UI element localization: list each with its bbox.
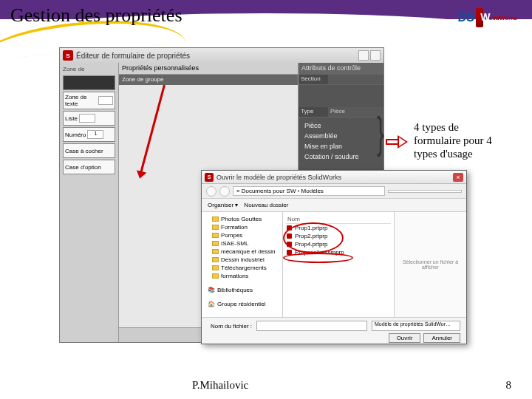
palette-item-groupbox[interactable] xyxy=(63,75,115,90)
filename-label: Nom du fichier : xyxy=(208,323,252,330)
dialog-app-icon: S xyxy=(205,173,214,182)
folder-tree: Photos Gouttes Formation Pompes ISAE-SML… xyxy=(202,212,283,317)
folder-icon xyxy=(212,257,219,262)
toolbar-new-icon[interactable] xyxy=(358,50,369,61)
palette-item-textbox[interactable]: Zone de texte xyxy=(63,92,115,109)
controls-palette: Zone de Zone de texte Liste Numéro1 Case… xyxy=(60,63,119,342)
solidworks-cube-icon xyxy=(476,8,483,27)
type-value[interactable]: Pièce xyxy=(328,107,383,117)
curly-brace-annotation: } xyxy=(377,120,384,146)
slide-annotation-text: 4 types de formulaire pour 4 types d'usa… xyxy=(414,120,502,160)
folder-icon xyxy=(212,249,219,254)
open-file-dialog: S Ouvrir le modèle de propriétés SolidWo… xyxy=(201,170,467,344)
attribute-value[interactable] xyxy=(328,75,383,84)
type-dropdown-list: Pièce Assemblée Mise en plan Cotation / … xyxy=(299,117,383,165)
red-arrow-annotation xyxy=(140,85,166,175)
folder-icon xyxy=(212,225,219,230)
tree-item[interactable]: ISAE-SML xyxy=(205,239,279,248)
tree-item[interactable]: mécanique et dessin xyxy=(205,248,279,256)
cancel-button[interactable]: Annuler xyxy=(423,333,460,343)
attributes-header: Attributs de contrôle xyxy=(299,63,383,75)
palette-item-list[interactable]: Liste xyxy=(63,111,115,126)
file-item[interactable]: Prop2.prtprp xyxy=(286,232,391,240)
palette-section-label: Zone de xyxy=(61,64,117,74)
open-button[interactable]: Ouvrir xyxy=(389,333,421,343)
folder-icon xyxy=(212,241,219,246)
dialog-title: Ouvrir le modèle de propriétés SolidWork… xyxy=(216,174,453,181)
slide-title: Gestion des propriétés xyxy=(10,4,183,27)
file-item[interactable]: Propass1.assmprp xyxy=(286,248,391,256)
palette-item-number[interactable]: Numéro1 xyxy=(63,127,115,142)
type-option-weldment[interactable]: Cotation / soudure xyxy=(301,151,381,162)
dialog-footer: Nom du fichier : Modèle de propriétés So… xyxy=(202,317,466,344)
folder-icon xyxy=(212,273,219,279)
type-option-drawing[interactable]: Mise en plan xyxy=(301,141,381,151)
ds-logo-text: DS xyxy=(458,11,474,24)
callout-arrow xyxy=(386,137,408,147)
dialog-titlebar: S Ouvrir le modèle de propriétés SolidWo… xyxy=(202,171,466,184)
type-option-assembly[interactable]: Assemblée xyxy=(301,131,381,141)
file-item[interactable]: Prop1.prtprp xyxy=(286,224,391,232)
folder-icon xyxy=(212,265,219,270)
tree-libraries[interactable]: 📚 Bibliothèques xyxy=(205,286,279,294)
editor-title: Éditeur de formulaire de propriétés xyxy=(76,52,357,60)
toolbar-save-icon[interactable] xyxy=(370,50,381,61)
tree-item[interactable]: Téléchargements xyxy=(205,264,279,272)
slide-page-number: 8 xyxy=(506,379,512,392)
tree-item[interactable]: formations xyxy=(205,272,279,280)
attribute-key: Section xyxy=(299,75,328,84)
editor-titlebar: S Éditeur de formulaire de propriétés xyxy=(60,48,383,63)
breadcrumb-path[interactable]: « Documents pour SW › Modèles xyxy=(233,186,385,196)
file-item[interactable]: Prop4.prtprp xyxy=(286,240,391,248)
tree-homegroup[interactable]: 🏠 Groupe résidentiel xyxy=(205,300,279,308)
file-preview-pane: Sélectionner un fichier à afficher xyxy=(394,212,466,317)
dialog-path-row: « Documents pour SW › Modèles xyxy=(202,184,466,199)
palette-item-radio[interactable]: Case d'option xyxy=(63,160,115,174)
palette-item-checkbox[interactable]: Case à cocher xyxy=(63,143,115,158)
folder-icon xyxy=(212,233,219,238)
attribute-row: Section xyxy=(299,75,383,85)
file-type-filter[interactable]: Modèle de propriétés SolidWor… xyxy=(372,321,460,331)
forward-button-icon[interactable] xyxy=(219,186,230,197)
tree-item[interactable]: Photos Gouttes xyxy=(205,215,279,223)
new-folder-button[interactable]: Nouveau dossier xyxy=(244,202,288,208)
custom-properties-tab[interactable]: Propriétés personnalisées xyxy=(119,63,298,75)
tree-item[interactable]: Pompes xyxy=(205,231,279,239)
solidworks-app-icon: S xyxy=(63,50,73,61)
type-label: Type xyxy=(299,107,328,117)
file-list: Nom Prop1.prtprp Prop2.prtprp Prop4.prtp… xyxy=(283,212,394,317)
group-zone-row[interactable]: Zone de groupe xyxy=(119,75,298,85)
tree-item[interactable]: Dessin industriel xyxy=(205,256,279,264)
organize-menu[interactable]: Organiser ▾ xyxy=(208,202,238,208)
folder-icon xyxy=(212,216,219,222)
back-button-icon[interactable] xyxy=(206,186,216,197)
slide-author: P.Mihailovic xyxy=(192,379,248,392)
type-option-part[interactable]: Pièce xyxy=(301,120,381,131)
filelist-column-name[interactable]: Nom xyxy=(286,215,391,224)
close-icon[interactable]: × xyxy=(453,173,463,182)
type-label-row: Type Pièce xyxy=(299,107,383,117)
solidworks-logo: DS SolidWorks xyxy=(458,6,517,30)
tree-item[interactable]: Formation xyxy=(205,223,279,231)
filename-input[interactable] xyxy=(256,321,367,331)
dialog-toolbar: Organiser ▾ Nouveau dossier xyxy=(202,199,466,212)
search-input[interactable] xyxy=(388,190,462,193)
